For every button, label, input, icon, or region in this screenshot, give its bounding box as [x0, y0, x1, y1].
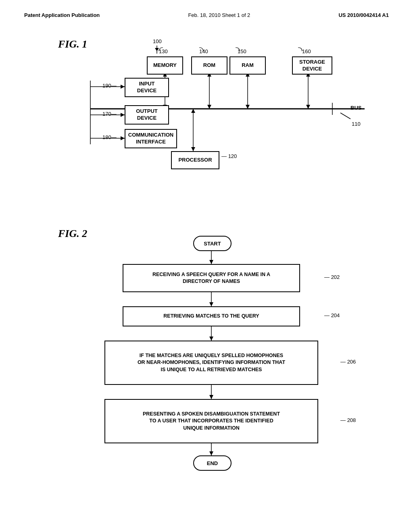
ref-110: 110	[352, 121, 361, 127]
ref-190: 190—	[102, 83, 117, 89]
bus-label: BUS	[350, 105, 361, 111]
box-memory: MEMORY	[147, 56, 183, 75]
box-output: OUTPUT DEVICE	[125, 105, 169, 125]
box-processor: PROCESSOR	[171, 151, 219, 169]
svg-marker-31	[209, 260, 213, 264]
page: Patent Application Publication Feb. 18, …	[0, 0, 413, 532]
svg-marker-39	[209, 451, 213, 455]
box-rom: ROM	[191, 56, 227, 75]
header-left: Patent Application Publication	[24, 12, 100, 18]
ref-202: — 202	[324, 274, 340, 280]
ref-170: 170—	[102, 111, 117, 117]
box-ram: RAM	[229, 56, 266, 75]
fig1-container: FIG. 1 100	[50, 34, 413, 204]
svg-marker-19	[121, 85, 125, 89]
ref-206: — 206	[340, 359, 356, 365]
step1-box: RECEIVING A SPEECH QUERY FOR A NAME IN A…	[123, 264, 300, 292]
fig2-container: FIG. 2 START	[50, 224, 413, 514]
ref-120: — 120	[221, 153, 237, 159]
svg-marker-37	[209, 395, 213, 399]
svg-marker-22	[121, 113, 125, 117]
svg-marker-24	[121, 136, 125, 140]
step3-box: IF THE MATCHES ARE UNIQUELY SPELLED HOMO…	[104, 341, 318, 385]
step2-box: RETRIEVING MATCHES TO THE QUERY	[123, 306, 300, 326]
box-comm: COMMUNICATION INTERFACE	[125, 129, 177, 148]
ref-lines-fig1	[153, 46, 355, 54]
ref-180: 180—	[102, 134, 117, 140]
svg-marker-35	[209, 337, 213, 341]
ref-204: — 204	[324, 312, 340, 318]
fig1-area: FIG. 1 100	[50, 34, 413, 514]
ref-208: — 208	[340, 417, 356, 423]
box-input: INPUT DEVICE	[125, 78, 169, 97]
step4-box: PRESENTING A SPOKEN DISAMBIGUATION STATE…	[104, 399, 318, 443]
header: Patent Application Publication Feb. 18, …	[0, 0, 413, 22]
header-right: US 2010/0042414 A1	[338, 12, 389, 18]
box-storage: STORAGE DEVICE	[292, 56, 332, 75]
header-center: Feb. 18, 2010 Sheet 1 of 2	[188, 12, 250, 18]
end-oval: END	[193, 455, 232, 471]
svg-marker-33	[209, 302, 213, 306]
svg-marker-17	[191, 147, 195, 151]
svg-line-29	[340, 113, 350, 119]
start-oval: START	[193, 236, 232, 251]
